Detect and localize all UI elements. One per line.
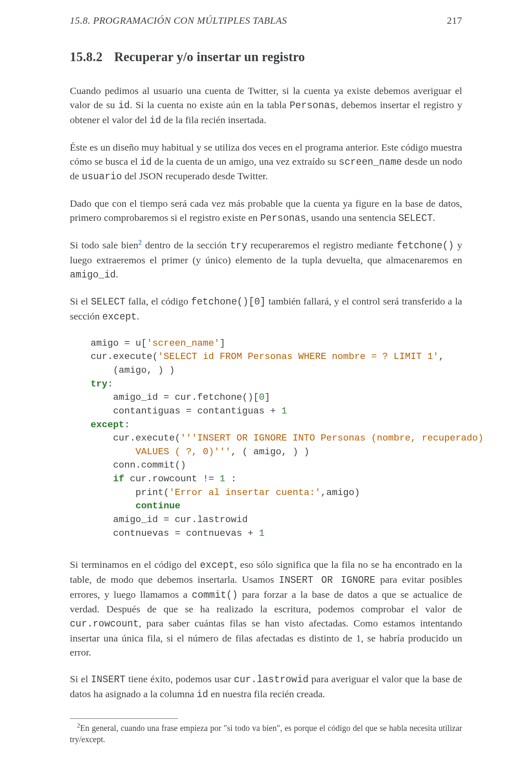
paragraph-1: Cuando pedimos al usuario una cuenta de …: [70, 84, 462, 128]
inline-code: INSERT OR IGNORE: [279, 575, 375, 586]
inline-code: INSERT: [91, 674, 126, 685]
inline-code: except: [102, 312, 137, 322]
page: 15.8. PROGRAMACIÓN CON MÚLTIPLES TABLAS …: [70, 15, 462, 745]
section-number: 15.8.2: [70, 50, 103, 64]
section-title: Recuperar y/o insertar un registro: [114, 50, 305, 64]
paragraph-3: Dado que con el tiempo será cada vez más…: [70, 196, 462, 225]
footnote-ref[interactable]: 2: [138, 238, 142, 246]
inline-code: id: [140, 157, 152, 168]
paragraph-6: Si terminamos en el código del except, e…: [70, 557, 462, 659]
inline-code: Personas: [260, 213, 306, 224]
footnote-marker: 2: [77, 722, 80, 729]
paragraph-5: Si el SELECT falla, el código fetchone()…: [70, 294, 462, 324]
inline-code: usuario: [82, 171, 122, 182]
inline-code: cur.lastrowid: [234, 674, 309, 685]
inline-code: fetchone(): [397, 240, 454, 251]
inline-code: SELECT: [398, 213, 433, 224]
footnote-rule: [70, 718, 178, 719]
paragraph-7: Si el INSERT tiene éxito, podemos usar c…: [70, 672, 462, 701]
inline-code: except: [200, 560, 234, 571]
paragraph-4: Si todo sale bien2 dentro de la sección …: [70, 238, 462, 282]
inline-code: screen_name: [339, 157, 402, 168]
inline-code: amigo_id: [70, 270, 116, 280]
inline-code: SELECT: [91, 297, 126, 307]
footnote-2: 2En general, cuando una frase empieza po…: [70, 721, 462, 745]
inline-code: commit(): [192, 590, 238, 601]
footnotes: 2En general, cuando una frase empieza po…: [70, 718, 462, 745]
section-heading: 15.8.2Recuperar y/o insertar un registro: [70, 50, 462, 64]
code-block: amigo = u['screen_name'] cur.execute('SE…: [91, 337, 462, 540]
page-number: 217: [447, 15, 462, 26]
inline-code: id: [118, 100, 130, 111]
inline-code: cur.rowcount: [70, 619, 139, 629]
inline-code: id: [150, 115, 161, 126]
running-header: 15.8. PROGRAMACIÓN CON MÚLTIPLES TABLAS …: [70, 15, 462, 26]
inline-code: try: [230, 240, 247, 251]
inline-code: fetchone()[0]: [191, 297, 266, 307]
inline-code: id: [197, 689, 208, 700]
paragraph-2: Éste es un diseño muy habitual y se util…: [70, 140, 462, 184]
running-title: 15.8. PROGRAMACIÓN CON MÚLTIPLES TABLAS: [70, 15, 287, 26]
inline-code: Personas: [290, 100, 336, 111]
